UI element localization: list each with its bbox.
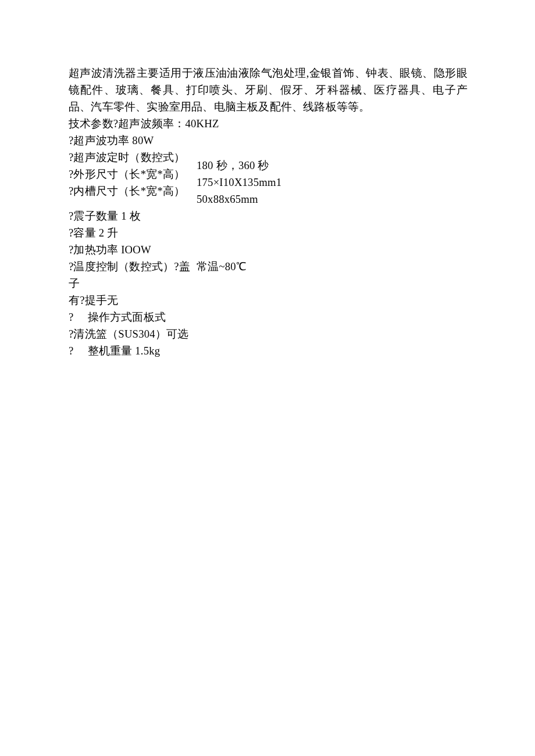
spec-temperature-row: ?温度控制（数控式）?盖子 有?提手无 常温~80℃: [69, 259, 468, 309]
spec-heating: ?加热功率 IOOW: [69, 242, 468, 259]
spec-basket: ?清洗篮（SUS304）可选: [69, 326, 468, 343]
spec-inner-dim-value: 50x88x65mm: [197, 191, 281, 208]
spec-outer-dim-label: ?外形尺寸（长*宽*高）: [69, 166, 197, 183]
spec-weight: ? 整机重量 1.5kg: [69, 343, 468, 360]
spec-temperature-value: 常温~80℃: [197, 259, 247, 309]
spec-temperature-label-1: ?温度控制（数控式）?盖子: [69, 259, 197, 292]
spec-block-right: 180 秒，360 秒 175×I10X135mm1 50x88x65mm: [197, 149, 281, 208]
spec-block-left: ?超声波定时（数控式） ?外形尺寸（长*宽*高） ?内槽尺寸（长*宽*高）: [69, 149, 197, 208]
spec-block-timer-dimensions: ?超声波定时（数控式） ?外形尺寸（长*宽*高） ?内槽尺寸（长*宽*高） 18…: [69, 149, 468, 208]
intro-paragraph: 超声波清洗器主要适用于液压油油液除气泡处理,金银首饰、钟表、眼镜、隐形眼镜配件、…: [69, 65, 468, 116]
spec-temperature-left: ?温度控制（数控式）?盖子 有?提手无: [69, 259, 197, 309]
spec-temperature-label-2: 有?提手无: [69, 292, 197, 309]
spec-timer-value: 180 秒，360 秒: [197, 157, 281, 174]
spec-inner-dim-label: ?内槽尺寸（长*宽*高）: [69, 183, 197, 200]
spec-timer-label: ?超声波定时（数控式）: [69, 149, 197, 166]
spec-power: ?超声波功率 80W: [69, 132, 468, 149]
spec-outer-dim-value: 175×I10X135mm1: [197, 174, 281, 191]
spec-vibration: ?震子数量 1 枚: [69, 208, 468, 225]
spec-frequency: 技术参数?超声波频率：40KHZ: [69, 116, 468, 132]
spec-operation: ? 操作方式面板式: [69, 309, 468, 326]
spec-capacity: ?容量 2 升: [69, 225, 468, 242]
